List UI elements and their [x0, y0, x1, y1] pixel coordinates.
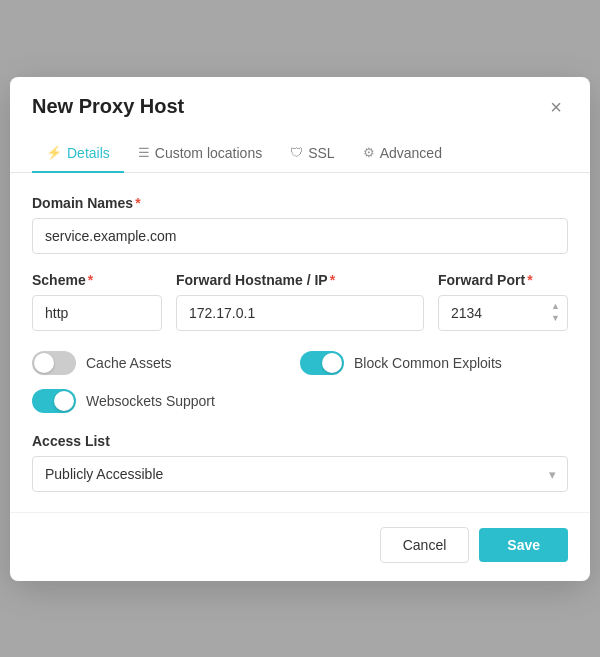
- hostname-input[interactable]: [176, 295, 424, 331]
- access-list-label: Access List: [32, 433, 568, 449]
- block-exploits-track[interactable]: [300, 351, 344, 375]
- scheme-input[interactable]: [32, 295, 162, 331]
- tab-advanced[interactable]: ⚙ Advanced: [349, 137, 456, 173]
- websockets-thumb: [54, 391, 74, 411]
- ssl-icon: 🛡: [290, 145, 303, 160]
- tab-custom-locations[interactable]: ☰ Custom locations: [124, 137, 276, 173]
- cache-assets-toggle-group: Cache Assets: [32, 351, 300, 375]
- details-icon: ⚡: [46, 145, 62, 160]
- cache-assets-toggle[interactable]: [32, 351, 76, 375]
- access-list-select-wrap: Publicly Accessible: [32, 456, 568, 492]
- tab-ssl[interactable]: 🛡 SSL: [276, 137, 348, 173]
- port-spinners: ▲ ▼: [549, 301, 562, 324]
- port-field: Forward Port* ▲ ▼: [438, 272, 568, 331]
- modal-dialog: New Proxy Host × ⚡ Details ☰ Custom loca…: [10, 77, 590, 581]
- block-exploits-label: Block Common Exploits: [354, 355, 502, 371]
- domain-names-input[interactable]: [32, 218, 568, 254]
- cache-assets-track[interactable]: [32, 351, 76, 375]
- custom-locations-icon: ☰: [138, 145, 150, 160]
- cache-assets-thumb: [34, 353, 54, 373]
- tabs-bar: ⚡ Details ☰ Custom locations 🛡 SSL ⚙ Adv…: [10, 127, 590, 173]
- modal-footer: Cancel Save: [10, 512, 590, 581]
- access-list-select[interactable]: Publicly Accessible: [32, 456, 568, 492]
- cancel-button[interactable]: Cancel: [380, 527, 470, 563]
- tab-custom-locations-label: Custom locations: [155, 145, 262, 161]
- block-exploits-toggle-group: Block Common Exploits: [300, 351, 568, 375]
- save-button[interactable]: Save: [479, 528, 568, 562]
- tab-details-label: Details: [67, 145, 110, 161]
- advanced-icon: ⚙: [363, 145, 375, 160]
- port-input-wrap: ▲ ▼: [438, 295, 568, 331]
- modal-title: New Proxy Host: [32, 95, 184, 118]
- port-label: Forward Port*: [438, 272, 568, 288]
- websockets-label: Websockets Support: [86, 393, 215, 409]
- tab-ssl-label: SSL: [308, 145, 334, 161]
- cache-assets-label: Cache Assets: [86, 355, 172, 371]
- hostname-field: Forward Hostname / IP*: [176, 272, 424, 331]
- tab-advanced-label: Advanced: [380, 145, 442, 161]
- toggles-row-1: Cache Assets Block Common Exploits: [32, 351, 568, 375]
- connection-fields-row: Scheme* Forward Hostname / IP* Forward P…: [32, 272, 568, 331]
- modal-body: Domain Names* Scheme* Forward Hostname /…: [10, 173, 590, 502]
- access-list-field: Access List Publicly Accessible: [32, 433, 568, 492]
- hostname-label: Forward Hostname / IP*: [176, 272, 424, 288]
- toggles-row-2: Websockets Support: [32, 389, 568, 413]
- domain-names-field: Domain Names*: [32, 195, 568, 254]
- websockets-toggle[interactable]: [32, 389, 76, 413]
- websockets-track[interactable]: [32, 389, 76, 413]
- modal-header: New Proxy Host ×: [10, 77, 590, 119]
- close-button[interactable]: ×: [544, 95, 568, 119]
- domain-names-label: Domain Names*: [32, 195, 568, 211]
- tab-details[interactable]: ⚡ Details: [32, 137, 124, 173]
- scheme-field: Scheme*: [32, 272, 162, 331]
- websockets-toggle-group: Websockets Support: [32, 389, 568, 413]
- port-increment-button[interactable]: ▲: [549, 301, 562, 312]
- block-exploits-toggle[interactable]: [300, 351, 344, 375]
- block-exploits-thumb: [322, 353, 342, 373]
- modal-overlay: New Proxy Host × ⚡ Details ☰ Custom loca…: [0, 0, 600, 657]
- scheme-label: Scheme*: [32, 272, 162, 288]
- port-decrement-button[interactable]: ▼: [549, 313, 562, 324]
